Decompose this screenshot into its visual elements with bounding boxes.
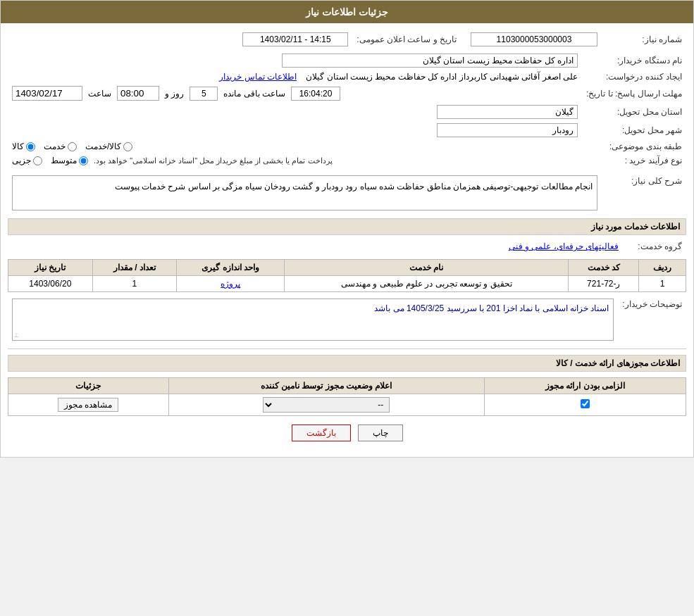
deadline-remaining-label: ساعت باقی مانده <box>223 89 285 99</box>
col-code: کد خدمت <box>569 260 639 276</box>
category-khedmat-label: خدمت <box>44 142 66 151</box>
col-date: تاریخ نیاز <box>8 260 93 276</box>
deadline-days-label: روز و <box>165 89 184 99</box>
announcement-date-input[interactable] <box>242 32 348 46</box>
col-required: الزامی بودن ارائه مجوز <box>484 378 686 394</box>
deadline-time-input[interactable] <box>117 86 159 101</box>
category-khedmat-radio[interactable] <box>68 142 77 151</box>
buyer-notes-box: اسناد خزانه اسلامی با نماد اخزا 201 با س… <box>12 298 614 341</box>
table-row: 1 ر-72-721 تحقیق و توسعه تجربی در علوم ط… <box>8 276 686 292</box>
services-section-title: اطلاعات خدمات مورد نیاز <box>8 218 686 235</box>
requester-name: علی اصغر آقائی شهیدانی کاربرداز اداره کل… <box>306 72 578 82</box>
process-mutavasset-label: متوسط <box>51 156 77 165</box>
cell-qty: 1 <box>92 276 177 292</box>
permits-table: الزامی بودن ارائه مجوز اعلام وضعیت مجوز … <box>8 377 686 416</box>
requester-contact-link[interactable]: اطلاعات تماس خریدار <box>219 72 297 82</box>
process-jazii-label: جزیی <box>12 156 31 165</box>
view-permit-button[interactable]: مشاهده مجوز <box>58 398 118 412</box>
category-label: طبقه بندی موضوعی: <box>582 139 686 153</box>
process-jazii-radio[interactable] <box>33 156 42 165</box>
deadline-remaining-input[interactable] <box>291 87 340 101</box>
back-button[interactable]: بازگشت <box>292 425 351 441</box>
col-unit: واحد اندازه گیری <box>177 260 285 276</box>
process-label: نوع فرآیند خرید : <box>582 153 686 168</box>
org-name-label: نام دستگاه خریدار: <box>582 51 686 70</box>
col-status: اعلام وضعیت مجوز توسط نامین کننده <box>168 378 484 394</box>
need-desc-box: انجام مطالعات توجیهی-توصیفی همزمان مناطق… <box>12 175 597 210</box>
buyer-notes-label: توضیحات خریدار: <box>618 296 686 343</box>
page-header: جزئیات اطلاعات نیاز <box>1 1 693 23</box>
process-mutavasset-radio[interactable] <box>79 156 88 165</box>
need-number-label: شماره نیاز: <box>602 30 686 49</box>
service-group-link[interactable]: فعالیتهای حرفه‌ای، علمی و فنی <box>509 241 619 251</box>
print-button[interactable]: چاپ <box>358 425 403 441</box>
col-qty: تعداد / مقدار <box>92 260 177 276</box>
col-name: نام خدمت <box>285 260 569 276</box>
resize-handle: ⟂ <box>14 331 18 339</box>
city-label: شهر محل تحویل: <box>582 121 686 139</box>
page-title: جزئیات اطلاعات نیاز <box>306 6 388 18</box>
category-kala-khedmat-label: کالا/خدمت <box>85 142 121 151</box>
need-number-input[interactable] <box>471 32 597 46</box>
permit-detail-cell[interactable]: مشاهده مجوز <box>8 394 169 416</box>
announcement-date-label: تاریخ و ساعت اعلان عمومی: <box>357 34 457 44</box>
permit-status-cell[interactable]: -- دارم ندارم <box>168 394 484 416</box>
cell-name: تحقیق و توسعه تجربی در علوم طبیعی و مهند… <box>285 276 569 292</box>
permit-row: -- دارم ندارم مشاهده مجوز <box>8 394 686 416</box>
province-label: استان محل تحویل: <box>582 103 686 121</box>
services-table: ردیف کد خدمت نام خدمت واحد اندازه گیری ت… <box>8 259 686 292</box>
need-desc-label: شرح کلی نیاز: <box>602 173 686 213</box>
service-group-label: گروه خدمت: <box>623 239 686 253</box>
col-row: ردیف <box>639 260 686 276</box>
deadline-days-input[interactable] <box>190 87 218 101</box>
cell-unit[interactable]: پروژه <box>177 276 285 292</box>
process-note: پرداخت تمام یا بخشی از مبلغ خریداز محل "… <box>94 156 333 165</box>
permits-section-title: اطلاعات مجوزهای ارائه خدمت / کالا <box>8 355 686 372</box>
permit-required-checkbox[interactable] <box>581 399 590 408</box>
deadline-time-label: ساعت <box>88 89 111 99</box>
col-detail: جزئیات <box>8 378 169 394</box>
cell-code: ر-72-721 <box>569 276 639 292</box>
permit-status-select[interactable]: -- دارم ندارم <box>263 397 390 413</box>
city-input[interactable] <box>437 123 578 137</box>
deadline-date-input[interactable] <box>12 86 82 101</box>
requester-label: ایجاد کننده درخواست: <box>582 70 686 84</box>
org-name-input[interactable] <box>282 54 578 68</box>
cell-date: 1403/06/20 <box>8 276 93 292</box>
button-row: چاپ بازگشت <box>8 425 686 441</box>
province-input[interactable] <box>437 105 578 119</box>
category-kala-label: کالا <box>12 142 24 151</box>
cell-row: 1 <box>639 276 686 292</box>
permit-required-cell <box>484 394 686 416</box>
category-kala-khedmat-radio[interactable] <box>123 142 132 151</box>
deadline-label: مهلت ارسال پاسخ: تا تاریخ: <box>582 84 686 103</box>
category-kala-radio[interactable] <box>26 142 35 151</box>
